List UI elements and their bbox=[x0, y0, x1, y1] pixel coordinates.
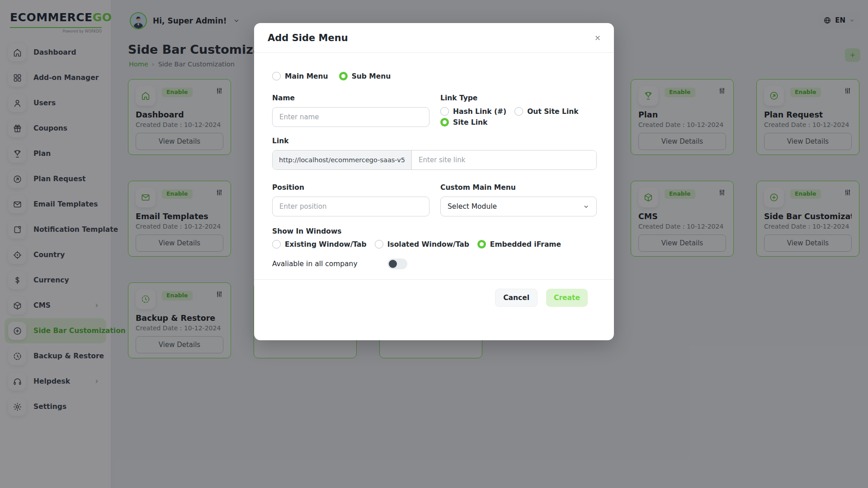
radio-dot bbox=[440, 118, 449, 127]
radio-main-menu[interactable]: Main Menu bbox=[272, 72, 328, 80]
radio-existing-window-tab[interactable]: Existing Window/Tab bbox=[272, 240, 367, 249]
modal-title: Add Side Menu bbox=[268, 33, 348, 43]
radio-dot bbox=[375, 240, 383, 249]
position-field-group: Position bbox=[272, 183, 429, 216]
radio-dot bbox=[440, 107, 449, 116]
menu-type-radio-group: Main MenuSub Menu bbox=[272, 72, 597, 80]
link-field-group: Link http://localhost/ecommercego-saas-v… bbox=[272, 137, 597, 170]
radio-hash-link[interactable]: Hash Link (#) bbox=[440, 107, 506, 116]
availability-row: Avaliable in all company bbox=[272, 258, 597, 269]
modal-footer: Cancel Create bbox=[254, 279, 614, 307]
chevron-down-icon bbox=[583, 203, 590, 210]
position-input[interactable] bbox=[272, 197, 429, 216]
radio-isolated-window-tab[interactable]: Isolated Window/Tab bbox=[375, 240, 469, 249]
name-input[interactable] bbox=[272, 107, 429, 127]
link-type-label: Link Type bbox=[440, 94, 597, 102]
position-label: Position bbox=[272, 183, 429, 192]
link-input-group: http://localhost/ecommercego-saas-v5 bbox=[272, 150, 597, 170]
radio-label: Existing Window/Tab bbox=[285, 240, 367, 249]
show-in-windows-label: Show In Windows bbox=[272, 227, 597, 235]
radio-dot bbox=[477, 240, 486, 249]
create-button[interactable]: Create bbox=[546, 289, 588, 307]
radio-dot bbox=[339, 72, 348, 80]
module-select-value: Select Module bbox=[448, 202, 497, 211]
radio-sub-menu[interactable]: Sub Menu bbox=[339, 72, 391, 80]
radio-label: Out Site Link bbox=[527, 108, 578, 116]
radio-dot bbox=[272, 72, 281, 80]
add-side-menu-modal: Add Side Menu Main MenuSub Menu Name Lin… bbox=[254, 23, 614, 340]
modal-body: Main MenuSub Menu Name Link Type Hash Li… bbox=[254, 53, 614, 269]
radio-out-site-link[interactable]: Out Site Link bbox=[514, 107, 578, 116]
custom-main-menu-field-group: Custom Main Menu Select Module bbox=[440, 183, 597, 216]
radio-label: Site Link bbox=[453, 118, 487, 127]
link-label: Link bbox=[272, 137, 597, 145]
show-in-windows-radio-group: Existing Window/TabIsolated Window/TabEm… bbox=[272, 240, 597, 249]
cancel-button[interactable]: Cancel bbox=[495, 289, 538, 307]
radio-site-link[interactable]: Site Link bbox=[440, 118, 487, 127]
radio-label: Main Menu bbox=[285, 72, 328, 80]
radio-dot bbox=[514, 107, 523, 116]
site-link-input[interactable] bbox=[412, 150, 596, 169]
available-all-company-toggle[interactable] bbox=[387, 258, 407, 269]
link-base-url: http://localhost/ecommercego-saas-v5 bbox=[273, 150, 412, 169]
modal-header: Add Side Menu bbox=[254, 23, 614, 53]
name-field-group: Name bbox=[272, 94, 429, 127]
module-select[interactable]: Select Module bbox=[440, 197, 597, 216]
radio-label: Sub Menu bbox=[352, 72, 391, 80]
radio-label: Isolated Window/Tab bbox=[387, 240, 469, 249]
custom-main-menu-label: Custom Main Menu bbox=[440, 183, 597, 192]
name-label: Name bbox=[272, 94, 429, 102]
radio-embedded-iframe[interactable]: Embedded iFrame bbox=[477, 240, 561, 249]
radio-label: Embedded iFrame bbox=[490, 240, 561, 249]
radio-label: Hash Link (#) bbox=[453, 108, 506, 116]
toggle-knob bbox=[389, 260, 397, 268]
close-icon[interactable] bbox=[594, 34, 601, 42]
link-type-field-group: Link Type Hash Link (#)Out Site LinkSite… bbox=[440, 94, 597, 127]
link-type-radio-group: Hash Link (#)Out Site LinkSite Link bbox=[440, 107, 597, 127]
radio-dot bbox=[272, 240, 281, 249]
availability-label: Avaliable in all company bbox=[272, 260, 387, 268]
